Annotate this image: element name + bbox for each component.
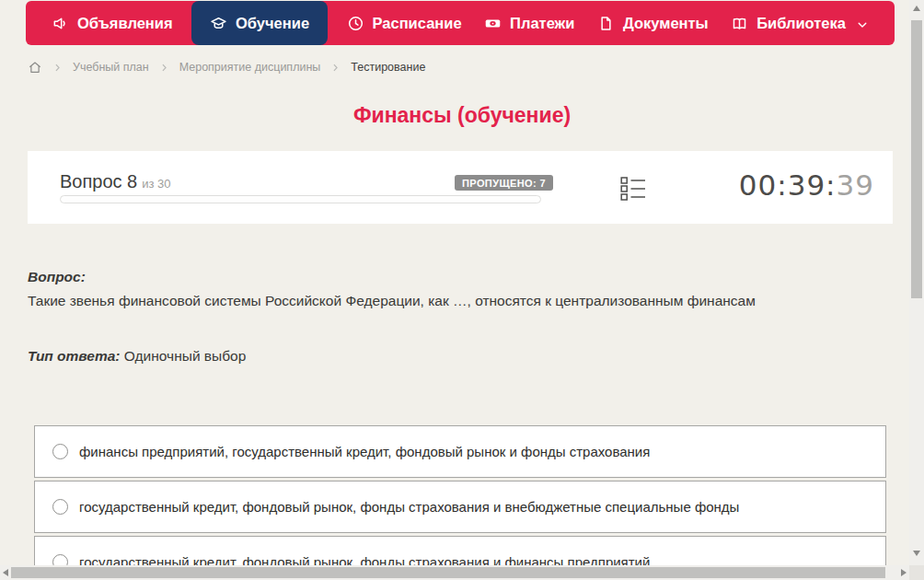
horizontal-scrollbar-thumb[interactable]	[11, 567, 885, 578]
nav-item-label: Обучение	[236, 15, 309, 32]
scrollbar-corner	[909, 565, 924, 580]
nav-item-label: Расписание	[373, 15, 462, 32]
question-label: Вопрос:	[28, 269, 86, 285]
question-total-label: из 30	[142, 177, 170, 191]
breadcrumb-item-curriculum[interactable]: Учебный план	[73, 61, 149, 74]
answer-option[interactable]: финансы предприятий, государственный кре…	[34, 425, 886, 478]
nav-item-announcements[interactable]: Объявления	[48, 1, 177, 45]
answer-type-label: Тип ответа:	[28, 348, 121, 364]
nav-item-documents[interactable]: Документы	[594, 1, 712, 45]
banknote-icon	[484, 15, 502, 32]
scroll-left-arrow-icon[interactable]	[3, 569, 8, 576]
skipped-badge: ПРОПУЩЕНО: 7	[455, 175, 553, 191]
page-title: Финансы (обучение)	[0, 103, 924, 128]
scroll-down-arrow-icon[interactable]	[913, 551, 920, 556]
question-progress-card: Вопрос 8из 30 ПРОПУЩЕНО: 7 00:39:39	[28, 151, 893, 224]
scroll-up-arrow-icon[interactable]	[913, 6, 920, 11]
timer-seconds: 39	[837, 168, 874, 202]
nav-item-learning[interactable]: Обучение	[191, 1, 328, 45]
book-icon	[731, 15, 748, 32]
answer-option-label: государственный кредит, фондовый рынок, …	[79, 499, 739, 515]
question-list-button[interactable]	[620, 176, 646, 202]
breadcrumb: Учебный план Мероприятие дисциплины Тест…	[28, 57, 425, 77]
breadcrumb-item-discipline-event[interactable]: Мероприятие дисциплины	[179, 61, 321, 74]
chevron-down-icon	[854, 16, 869, 31]
megaphone-icon	[52, 15, 69, 32]
question-number: Вопрос 8из 30	[60, 171, 171, 192]
nav-item-label: Платежи	[510, 15, 574, 32]
nav-item-label: Объявления	[77, 15, 173, 32]
scroll-right-arrow-icon[interactable]	[901, 569, 907, 576]
answer-type-value: Одиночный выбор	[124, 348, 247, 364]
vertical-scrollbar-thumb[interactable]	[911, 20, 922, 298]
answer-type: Тип ответа: Одиночный выбор	[28, 348, 246, 365]
question-number-label: Вопрос 8	[60, 171, 137, 191]
question-text: Такие звенья финансовой системы Российск…	[28, 293, 874, 309]
progress-bar	[60, 195, 541, 203]
radio-button[interactable]	[52, 499, 68, 515]
nav-item-schedule[interactable]: Расписание	[343, 1, 466, 45]
question-list-icon	[620, 176, 646, 202]
nav-item-label: Документы	[623, 15, 709, 32]
chevron-right-icon	[52, 62, 63, 73]
breadcrumb-item-testing: Тестирование	[351, 61, 425, 74]
document-icon	[597, 15, 615, 32]
test-page: Объявления Обучение Расписание	[0, 0, 924, 580]
answer-option[interactable]: государственный кредит, фондовый рынок, …	[34, 481, 886, 533]
nav-item-payments[interactable]: Платежи	[480, 1, 578, 45]
answer-option-label: финансы предприятий, государственный кре…	[79, 444, 650, 459]
vertical-scrollbar[interactable]	[909, 0, 924, 565]
main-nav: Объявления Обучение Расписание	[26, 1, 895, 45]
chevron-right-icon	[159, 62, 169, 73]
radio-button[interactable]	[52, 444, 68, 459]
nav-item-library[interactable]: Библиотека	[727, 1, 872, 45]
timer-main: 00:39:	[739, 168, 837, 202]
timer: 00:39:39	[739, 168, 874, 202]
horizontal-scrollbar[interactable]	[0, 565, 909, 580]
clock-icon	[347, 15, 364, 32]
graduation-cap-icon	[210, 15, 227, 32]
home-icon[interactable]	[28, 60, 42, 75]
nav-item-label: Библиотека	[757, 15, 846, 32]
chevron-right-icon	[330, 62, 341, 73]
